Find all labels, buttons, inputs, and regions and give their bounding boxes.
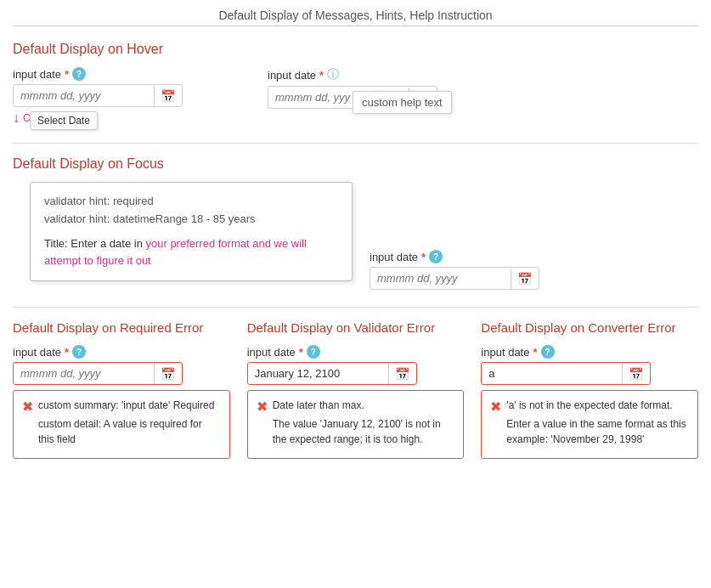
focus-hint-line1: validator hint: required (44, 193, 338, 211)
hover-section-title: Default Display on Hover (13, 42, 698, 57)
required-error-col: Default Display on Required Error input … (13, 320, 230, 459)
converter-error-text: 'a' is not in the expected date format. … (506, 398, 689, 447)
hover-date-input1[interactable]: 📅 (13, 84, 183, 107)
focus-date-input[interactable]: 📅 (370, 267, 539, 290)
converter-error-row: ✖ 'a' is not in the expected date format… (490, 398, 689, 447)
focus-tooltip-box: validator hint: required validator hint:… (30, 182, 353, 281)
converter-error-date-field[interactable] (482, 363, 622, 384)
required-error-title: Default Display on Required Error (13, 320, 230, 335)
select-date-tooltip: Select Date (30, 111, 98, 130)
converter-error-input-label: input date * ? (481, 345, 698, 359)
validator-error-title: Default Display on Validator Error (247, 320, 465, 335)
help-icon-1[interactable]: ? (72, 67, 86, 81)
hover-date-field1[interactable] (14, 85, 154, 106)
help-icon-6[interactable]: ? (541, 345, 555, 359)
error-x-icon-2: ✖ (257, 399, 268, 415)
custom-help-text-tooltip: custom help text (353, 91, 452, 114)
required-star-1: * (65, 68, 69, 81)
required-error-box: ✖ custom summary: 'input date' Required … (13, 390, 230, 459)
focus-title-line: Title: Enter a date in your preferred fo… (44, 235, 338, 271)
calendar-button-1[interactable]: 📅 (154, 86, 181, 106)
info-icon-hover[interactable]: ⓘ (327, 67, 339, 82)
divider-1 (13, 143, 698, 144)
validator-error-date-field[interactable] (248, 363, 388, 384)
required-error-text: custom summary: 'input date' Required cu… (38, 398, 221, 447)
required-star-2: * (319, 69, 324, 82)
focus-hint-line2: validator hint: datetimeRange 18 - 85 ye… (44, 211, 338, 229)
required-star-4: * (65, 346, 69, 359)
validator-error-row: ✖ Date later than max. The value 'Januar… (257, 398, 455, 447)
validator-error-input-label: input date * ? (247, 345, 465, 359)
calendar-button-6[interactable]: 📅 (622, 364, 649, 384)
validator-error-col: Default Display on Validator Error input… (247, 320, 465, 459)
focus-section: Default Display on Focus validator hint:… (13, 156, 698, 290)
required-star-6: * (533, 346, 537, 359)
focus-input-label: input date * ? (370, 250, 539, 263)
error-x-icon-3: ✖ (490, 399, 501, 415)
error-x-icon-1: ✖ (22, 399, 33, 415)
required-star-3: * (421, 251, 426, 263)
focus-date-field[interactable] (370, 268, 511, 289)
validator-error-text: Date later than max. The value 'January … (273, 398, 455, 447)
calendar-button-5[interactable]: 📅 (388, 364, 415, 384)
validator-error-date-input[interactable]: 📅 (247, 362, 417, 385)
required-error-input-label: input date * ? (13, 345, 230, 359)
required-error-date-input[interactable]: 📅 (13, 362, 183, 385)
help-icon-5[interactable]: ? (307, 345, 320, 359)
focus-section-title: Default Display on Focus (13, 156, 698, 172)
required-error-row: ✖ custom summary: 'input date' Required … (22, 398, 221, 447)
arrow-down-icon: ↓ (13, 110, 20, 126)
divider-2 (13, 307, 698, 308)
focus-content: validator hint: required validator hint:… (13, 182, 698, 290)
hover-input1-group: input date * ? 📅 ↓ Converter Hint Select… (13, 67, 183, 126)
converter-error-col: Default Display on Converter Error input… (481, 320, 698, 459)
hover-input2-group: input date * ⓘ 📅 custom help text (268, 67, 437, 109)
calendar-button-4[interactable]: 📅 (154, 364, 181, 384)
required-star-5: * (299, 346, 303, 359)
hover-section: Default Display on Hover input date * ? … (13, 42, 698, 126)
required-error-date-field[interactable] (14, 363, 154, 384)
validator-error-box: ✖ Date later than max. The value 'Januar… (247, 390, 465, 459)
calendar-button-3[interactable]: 📅 (511, 269, 538, 289)
converter-error-date-input[interactable]: 📅 (481, 362, 651, 385)
bottom-three-col: Default Display on Required Error input … (13, 320, 698, 459)
page-title: Default Display of Messages, Hints, Help… (13, 8, 698, 26)
hover-input2-label: input date * ⓘ (268, 67, 437, 82)
hover-input1-label: input date * ? (13, 67, 183, 81)
converter-error-box: ✖ 'a' is not in the expected date format… (481, 390, 698, 459)
hover-input-row: input date * ? 📅 ↓ Converter Hint Select… (13, 67, 698, 126)
focus-input-area: input date * ? 📅 (370, 250, 539, 290)
help-icon-4[interactable]: ? (72, 345, 86, 359)
converter-error-title: Default Display on Converter Error (481, 320, 698, 335)
help-icon-3[interactable]: ? (429, 250, 443, 263)
